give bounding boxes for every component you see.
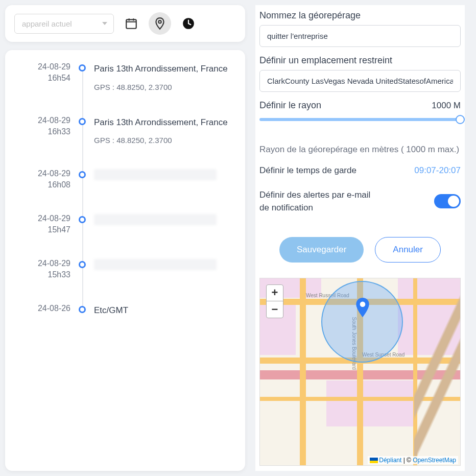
timeline-time: 15h47 bbox=[15, 225, 70, 234]
timeline-gps: GPS : 48.8250, 2.3700 bbox=[94, 136, 235, 145]
calendar-icon[interactable] bbox=[123, 15, 139, 32]
radius-slider[interactable] bbox=[259, 118, 461, 121]
timeline-gps: GPS : 48.8250, 2.3700 bbox=[94, 83, 235, 91]
timeline-date: 24-08-29 bbox=[15, 214, 70, 223]
timeline-blurred-content bbox=[94, 259, 217, 270]
geofence-form: Nommez la géorepérage Définir un emplace… bbox=[255, 5, 465, 471]
email-alert-toggle[interactable] bbox=[434, 194, 461, 208]
geofence-circle bbox=[321, 281, 403, 363]
timeline-dot-icon bbox=[79, 261, 86, 268]
timeline-item[interactable]: 24-08-2915h33 bbox=[15, 259, 235, 279]
radius-value: 1000 M bbox=[432, 101, 461, 111]
timeline-time: 16h33 bbox=[15, 127, 70, 136]
save-button[interactable]: Sauvegarder bbox=[279, 237, 364, 263]
svg-point-3 bbox=[360, 301, 366, 307]
timeline-item[interactable]: 24-08-2916h54Paris 13th Arrondissement, … bbox=[15, 62, 235, 91]
timeline-location: Paris 13th Arrondissement, France bbox=[94, 116, 235, 129]
slider-thumb[interactable] bbox=[456, 115, 465, 124]
svg-rect-0 bbox=[126, 19, 136, 28]
timeline-item[interactable]: 24-08-2916h33Paris 13th Arrondissement, … bbox=[15, 116, 235, 145]
timeline-item[interactable]: 24-08-2915h47 bbox=[15, 214, 235, 234]
timeline-dot-icon bbox=[79, 216, 86, 223]
location-timeline: 24-08-2916h54Paris 13th Arrondissement, … bbox=[5, 50, 245, 471]
timeline-date: 24-08-26 bbox=[15, 304, 70, 313]
toolbar: appareil actuel bbox=[5, 5, 245, 42]
timeline-time: 16h54 bbox=[15, 74, 70, 83]
map-zoom-controls: + − bbox=[266, 284, 283, 318]
timeline-item[interactable]: 24-08-26Etc/GMT bbox=[15, 304, 235, 317]
timeline-dot-icon bbox=[79, 306, 86, 313]
map[interactable]: West Russell Road West Sunset Road South… bbox=[259, 278, 461, 466]
svg-point-1 bbox=[158, 20, 161, 23]
timeline-date: 24-08-29 bbox=[15, 116, 70, 125]
timeline-location: Etc/GMT bbox=[94, 304, 235, 317]
zoom-out-button[interactable]: − bbox=[267, 301, 283, 318]
device-select[interactable]: appareil actuel bbox=[14, 14, 114, 34]
map-attribution: Dépliant | © OpenStreetMap bbox=[368, 456, 458, 464]
geofence-name-input[interactable] bbox=[259, 25, 461, 47]
timeline-location: Paris 13th Arrondissement, France bbox=[94, 62, 235, 76]
timeline-date: 24-08-29 bbox=[15, 62, 70, 72]
location-input[interactable] bbox=[259, 70, 461, 92]
timeline-dot-icon bbox=[79, 171, 86, 178]
email-alert-label: Définir des alertes par e-mail de notifi… bbox=[259, 188, 377, 215]
radius-label: Définir le rayon bbox=[259, 100, 321, 111]
map-pin-icon bbox=[356, 298, 369, 319]
timeline-blurred-content bbox=[94, 214, 217, 225]
location-icon[interactable] bbox=[149, 12, 171, 35]
cancel-button[interactable]: Annuler bbox=[375, 237, 441, 263]
guard-time-value[interactable]: 09:07-20:07 bbox=[414, 165, 461, 176]
timeline-blurred-content bbox=[94, 169, 217, 180]
timeline-dot-icon bbox=[79, 118, 86, 125]
osm-link[interactable]: OpenStreetMap bbox=[413, 457, 456, 464]
leaflet-link[interactable]: Dépliant bbox=[379, 457, 401, 464]
guard-time-label: Définir le temps de garde bbox=[259, 164, 356, 177]
timeline-date: 24-08-29 bbox=[15, 259, 70, 268]
timeline-time: 16h08 bbox=[15, 180, 70, 189]
timeline-dot-icon bbox=[79, 64, 86, 72]
timeline-date: 24-08-29 bbox=[15, 169, 70, 178]
location-label: Définir un emplacement restreint bbox=[259, 55, 461, 66]
name-label: Nommez la géorepérage bbox=[259, 10, 461, 21]
zoom-in-button[interactable]: + bbox=[267, 285, 283, 301]
clock-icon[interactable] bbox=[180, 15, 197, 32]
timeline-item[interactable]: 24-08-2916h08 bbox=[15, 169, 235, 189]
timeline-time: 15h33 bbox=[15, 270, 70, 279]
radius-help-text: Rayon de la géorepérage en mètres ( 1000… bbox=[259, 145, 461, 155]
